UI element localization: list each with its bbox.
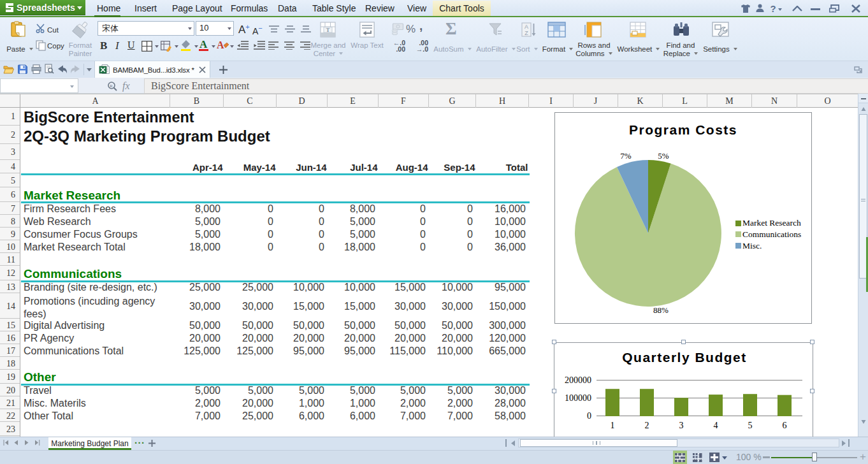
svg-text:0: 0 xyxy=(587,411,591,421)
svg-text:A: A xyxy=(524,24,528,30)
svg-text:3: 3 xyxy=(679,421,684,430)
svg-text:Communications: Communications xyxy=(742,229,801,239)
svg-text:88%: 88% xyxy=(653,305,669,315)
svg-text:200000: 200000 xyxy=(565,375,591,385)
svg-text:Z: Z xyxy=(524,30,528,36)
svg-text:5%: 5% xyxy=(658,151,669,161)
svg-text:1: 1 xyxy=(611,421,615,430)
svg-text:Program Costs: Program Costs xyxy=(629,122,737,137)
svg-text:7%: 7% xyxy=(620,151,632,161)
svg-text:2: 2 xyxy=(645,421,649,430)
svg-text:5: 5 xyxy=(748,421,753,430)
svg-text:6: 6 xyxy=(783,421,787,430)
svg-text:R: R xyxy=(110,83,113,89)
svg-text:100000: 100000 xyxy=(565,393,591,403)
svg-text:A: A xyxy=(217,40,224,50)
svg-text:T: T xyxy=(326,27,329,33)
svg-text:Market Research: Market Research xyxy=(742,218,801,228)
svg-text:Misc.: Misc. xyxy=(742,241,762,250)
svg-text:4: 4 xyxy=(714,421,718,430)
svg-text:Quarterly Budget: Quarterly Budget xyxy=(622,350,747,365)
